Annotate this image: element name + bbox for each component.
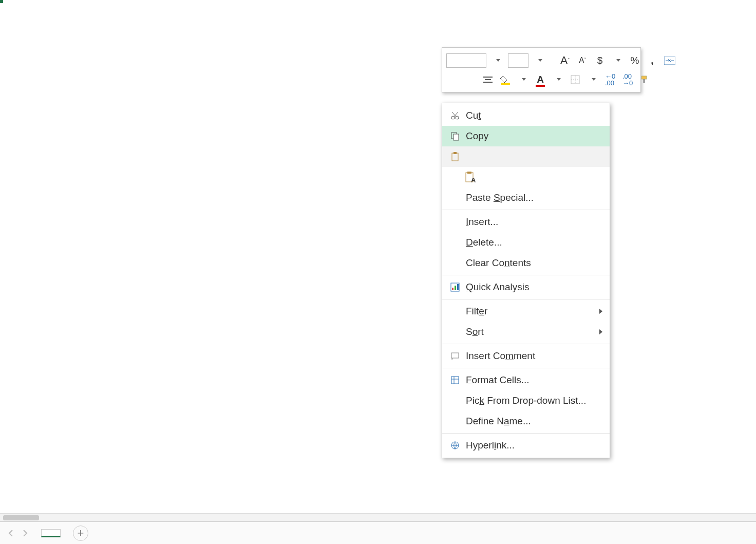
ctx-label: Filter (463, 306, 599, 317)
decrease-decimal-button[interactable]: .00→0 (621, 72, 634, 87)
ctx-paste-special[interactable]: Paste Special... (442, 187, 610, 208)
ctx-paste-textonly[interactable]: A (442, 167, 610, 187)
increase-font-icon[interactable]: Aˆ (558, 53, 572, 68)
svg-rect-6 (453, 134, 459, 140)
clipboard-icon (447, 152, 463, 161)
increase-decimal-button[interactable]: ←0.00 (603, 72, 617, 87)
svg-rect-10 (467, 172, 471, 174)
font-size-input[interactable] (508, 53, 528, 68)
sheet-tab-bar: + (0, 521, 756, 544)
ctx-quick-analysis[interactable]: Quick Analysis (442, 277, 610, 297)
borders-button[interactable] (569, 72, 582, 87)
svg-rect-8 (453, 152, 457, 154)
ctx-cut[interactable]: Cut (442, 105, 610, 126)
ctx-label: Insert... (463, 216, 602, 228)
ctx-label: Insert Comment (463, 350, 602, 362)
scissors-icon (447, 111, 463, 120)
accounting-format-button[interactable]: $ (593, 53, 607, 68)
bold-button[interactable] (446, 72, 460, 87)
ctx-insert-comment[interactable]: Insert Comment (442, 346, 610, 366)
font-size-dropdown[interactable] (533, 53, 546, 68)
horizontal-scrollbar[interactable] (0, 513, 756, 521)
ctx-sort[interactable]: Sort (442, 322, 610, 342)
merge-center-button[interactable] (663, 53, 676, 68)
context-menu: Cut Copy A Paste Special... (442, 103, 610, 458)
borders-dropdown[interactable] (586, 72, 599, 87)
svg-rect-13 (452, 288, 453, 290)
ctx-label: Clear Contents (463, 257, 602, 269)
ctx-pick-from-list[interactable]: Pick From Drop-down List... (442, 390, 610, 411)
ctx-label: Copy (463, 130, 602, 142)
font-color-dropdown[interactable] (551, 72, 564, 87)
ctx-filter[interactable]: Filter (442, 301, 610, 322)
italic-button[interactable] (464, 72, 477, 87)
accounting-format-dropdown[interactable] (611, 53, 624, 68)
svg-rect-16 (451, 353, 459, 358)
ctx-paste-options-header (442, 146, 610, 167)
add-sheet-button[interactable]: + (73, 526, 88, 541)
paste-text-icon: A (463, 171, 478, 183)
fill-color-dropdown[interactable] (516, 72, 530, 87)
font-name-dropdown[interactable] (490, 53, 504, 68)
mini-toolbar: Aˆ Aˇ $ % , A (442, 47, 641, 92)
ctx-label: Paste Special... (463, 192, 602, 203)
font-color-button[interactable]: A (534, 72, 547, 87)
format-cells-icon (447, 376, 463, 385)
font-name-input[interactable] (446, 53, 486, 68)
ctx-insert[interactable]: Insert... (442, 212, 610, 232)
svg-rect-17 (451, 377, 459, 384)
format-painter-button[interactable] (638, 72, 652, 87)
svg-rect-7 (452, 153, 458, 161)
ctx-define-name[interactable]: Define Name... (442, 411, 610, 432)
align-center-button[interactable] (481, 72, 495, 87)
hyperlink-icon (447, 441, 463, 450)
ctx-label: Quick Analysis (463, 282, 602, 293)
ctx-label: Format Cells... (463, 374, 602, 386)
ctx-clear-contents[interactable]: Clear Contents (442, 253, 610, 273)
svg-rect-15 (457, 284, 459, 290)
ctx-label: Define Name... (463, 416, 602, 427)
ctx-format-cells[interactable]: Format Cells... (442, 370, 610, 390)
tab-prev-icon[interactable] (5, 528, 16, 539)
svg-rect-14 (455, 286, 456, 290)
ctx-label: Cut (463, 110, 602, 121)
ctx-delete[interactable]: Delete... (442, 232, 610, 253)
ctx-hyperlink[interactable]: Hyperlink... (442, 435, 610, 456)
ctx-label: Pick From Drop-down List... (463, 395, 602, 406)
quick-analysis-icon (447, 283, 463, 292)
ctx-label: Delete... (463, 237, 602, 248)
tab-next-icon[interactable] (20, 528, 31, 539)
chevron-right-icon (599, 329, 602, 334)
fill-color-button[interactable] (499, 72, 512, 87)
svg-text:A: A (471, 176, 476, 183)
comment-icon (447, 351, 463, 361)
ctx-copy[interactable]: Copy (442, 126, 610, 146)
percent-format-button[interactable]: % (628, 53, 641, 68)
ctx-label: Hyperlink... (463, 440, 602, 451)
chevron-right-icon (599, 309, 602, 314)
copy-icon (447, 132, 463, 141)
sheet-tab[interactable] (41, 529, 61, 537)
comma-format-button[interactable]: , (646, 53, 659, 68)
svg-rect-1 (501, 83, 510, 85)
decrease-font-icon[interactable]: Aˇ (576, 53, 589, 68)
ctx-label: Sort (463, 326, 599, 337)
